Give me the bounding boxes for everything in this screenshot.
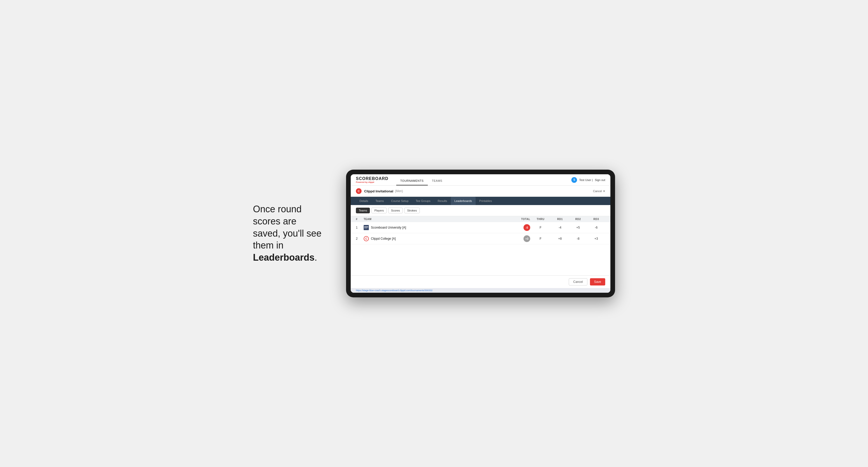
- total-cell-2: +3: [509, 235, 530, 242]
- cancel-button[interactable]: Cancel: [569, 278, 587, 285]
- close-icon: ✕: [603, 190, 605, 193]
- sub-nav-leaderboards[interactable]: Leaderboards: [451, 197, 476, 205]
- col-rd1: RD1: [551, 218, 569, 221]
- col-rd2: RD2: [569, 218, 587, 221]
- score-badge-1: -5: [524, 224, 530, 231]
- table-row: 2 C Clippd College [A] +3 F +8 -8 +3: [351, 233, 610, 244]
- filter-strokes[interactable]: Strokes: [404, 208, 420, 213]
- user-name: Test User |: [579, 179, 593, 182]
- tournament-cancel-btn[interactable]: Cancel ✕: [593, 190, 605, 193]
- col-thru: THRU: [530, 218, 551, 221]
- col-rank: #: [356, 218, 364, 221]
- tournament-logo: C: [356, 188, 362, 194]
- thru-2: F: [530, 237, 551, 241]
- status-bar: https://stage-blue-coach.stagescoreboard…: [351, 288, 610, 293]
- brand-name: clippd: [368, 181, 374, 183]
- col-team: TEAM: [364, 218, 509, 221]
- team-cell-2: C Clippd College [A]: [364, 236, 509, 241]
- sub-nav: Details Teams Course Setup Tee Groups Re…: [351, 197, 610, 205]
- text-section: Once round scores are saved, you'll see …: [253, 203, 331, 264]
- thru-1: F: [530, 226, 551, 229]
- tournament-header: C Clippd Invitational (Men) Cancel ✕: [351, 186, 610, 197]
- sub-nav-course-setup[interactable]: Course Setup: [388, 197, 412, 205]
- team-logo-1: [364, 225, 369, 230]
- rank-2: 2: [356, 237, 364, 241]
- intro-bold: Leaderboards: [253, 252, 314, 263]
- total-cell-1: -5: [509, 224, 530, 231]
- sub-nav-details[interactable]: Details: [356, 197, 372, 205]
- nav-tab-teams[interactable]: TEAMS: [428, 177, 446, 185]
- logo-area: SCOREBOARD Powered by clippd: [356, 176, 389, 183]
- svg-rect-2: [364, 228, 367, 228]
- tournament-gender: (Men): [395, 189, 403, 193]
- status-url: https://stage-blue-coach.stagescoreboard…: [356, 289, 432, 292]
- app-header: SCOREBOARD Powered by clippd TOURNAMENTS…: [351, 174, 610, 186]
- header-right: S Test User | Sign out: [571, 177, 605, 183]
- team-name-2: Clippd College [A]: [371, 237, 396, 241]
- filter-teams[interactable]: Teams: [356, 208, 370, 213]
- content-spacer: [351, 244, 610, 275]
- filter-players[interactable]: Players: [371, 208, 387, 213]
- sub-nav-printables[interactable]: Printables: [476, 197, 496, 205]
- table-row: 1 Scoreboard University [A] -5: [351, 222, 610, 233]
- modal-footer: Cancel Save: [351, 275, 610, 288]
- svg-rect-1: [364, 226, 368, 227]
- rd1-1: -4: [551, 226, 569, 229]
- intro-text-3: saved, you'll see: [253, 228, 321, 239]
- col-total: TOTAL: [509, 218, 530, 221]
- svg-rect-0: [364, 225, 369, 230]
- intro-text-4: them in: [253, 240, 283, 251]
- score-badge-2: +3: [524, 235, 530, 242]
- rd2-2: -8: [569, 237, 587, 241]
- filter-row: Teams Players Scores Strokes: [351, 205, 610, 216]
- sub-nav-tee-groups[interactable]: Tee Groups: [412, 197, 434, 205]
- user-avatar: S: [571, 177, 577, 183]
- leaderboard-table: # TEAM TOTAL THRU RD1 RD2 RD3 1: [351, 216, 610, 244]
- team-name-1: Scoreboard University [A]: [371, 226, 406, 229]
- col-rd3: RD3: [587, 218, 605, 221]
- sub-nav-teams[interactable]: Teams: [372, 197, 388, 205]
- rd2-1: +5: [569, 226, 587, 229]
- tablet-screen: SCOREBOARD Powered by clippd TOURNAMENTS…: [351, 174, 610, 293]
- team-logo-2: C: [364, 236, 369, 241]
- main-nav: TOURNAMENTS TEAMS: [396, 174, 447, 185]
- intro-text: Once round: [253, 204, 302, 214]
- intro-period: .: [314, 252, 317, 263]
- sign-out-link[interactable]: Sign out: [595, 179, 605, 182]
- app-logo: SCOREBOARD: [356, 176, 389, 181]
- intro-text-2: scores are: [253, 216, 297, 226]
- rank-1: 1: [356, 226, 364, 229]
- nav-tab-tournaments[interactable]: TOURNAMENTS: [396, 177, 428, 185]
- team-cell-1: Scoreboard University [A]: [364, 225, 509, 230]
- save-button[interactable]: Save: [590, 278, 605, 285]
- sub-nav-results[interactable]: Results: [434, 197, 451, 205]
- filter-scores[interactable]: Scores: [388, 208, 403, 213]
- rd1-2: +8: [551, 237, 569, 241]
- table-header: # TEAM TOTAL THRU RD1 RD2 RD3: [351, 216, 610, 222]
- rd3-2: +3: [587, 237, 605, 241]
- tablet-device: SCOREBOARD Powered by clippd TOURNAMENTS…: [346, 169, 615, 298]
- page-wrapper: Once round scores are saved, you'll see …: [253, 169, 615, 298]
- rd3-1: -6: [587, 226, 605, 229]
- tournament-name: Clippd Invitational: [364, 189, 393, 193]
- logo-sub: Powered by clippd: [356, 181, 389, 183]
